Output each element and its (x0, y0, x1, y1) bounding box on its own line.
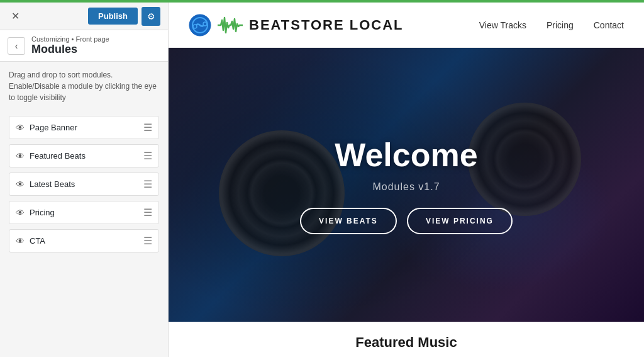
logo-icon (189, 14, 211, 37)
featured-title: Featured Music (189, 334, 624, 351)
module-label-page-banner: Page Banner (30, 123, 77, 132)
panel-instructions: Drag and drop to sort modules. Enable/Di… (0, 62, 168, 111)
back-button[interactable]: ‹ (8, 37, 25, 55)
nav-view-tracks[interactable]: View Tracks (479, 20, 526, 30)
back-icon: ‹ (15, 41, 18, 51)
site-preview: BEATSTORE LOCAL View Tracks Pricing Cont… (169, 3, 644, 357)
module-item-cta[interactable]: 👁 CTA ☰ (9, 229, 159, 252)
module-label-cta: CTA (30, 236, 45, 246)
visibility-icon-page-banner[interactable]: 👁 (16, 123, 25, 133)
svg-point-2 (193, 25, 197, 28)
modules-list: 👁 Page Banner ☰ 👁 Featured Beats ☰ 👁 Lat… (0, 111, 168, 258)
hero-text-area: Welcome Modules v1.7 VIEW BEATS VIEW PRI… (169, 48, 644, 322)
publish-button[interactable]: Publish (88, 8, 138, 25)
breadcrumb: Customizing • Front page (31, 35, 109, 43)
panel-header-left: ✕ (8, 9, 23, 24)
drag-handle-pricing[interactable]: ☰ (143, 207, 152, 218)
featured-section: Featured Music (169, 322, 644, 357)
drag-handle-cta[interactable]: ☰ (143, 235, 152, 247)
visibility-icon-featured-beats[interactable]: 👁 (16, 151, 25, 161)
site-logo: BEATSTORE LOCAL (189, 14, 404, 37)
module-item-page-banner[interactable]: 👁 Page Banner ☰ (9, 116, 159, 139)
hero-section: Welcome Modules v1.7 VIEW BEATS VIEW PRI… (169, 48, 644, 322)
gear-icon: ⚙ (147, 11, 155, 21)
panel-header: ✕ Publish ⚙ (0, 3, 168, 30)
module-label-pricing: Pricing (30, 208, 55, 217)
visibility-icon-pricing[interactable]: 👁 (16, 208, 25, 218)
drag-handle-featured-beats[interactable]: ☰ (143, 150, 152, 162)
view-beats-button[interactable]: VIEW BEATS (300, 208, 397, 234)
module-item-featured-beats[interactable]: 👁 Featured Beats ☰ (9, 144, 159, 167)
nav-contact[interactable]: Contact (594, 20, 624, 30)
module-label-featured-beats: Featured Beats (30, 151, 86, 161)
visibility-icon-latest-beats[interactable]: 👁 (16, 179, 25, 190)
module-item-latest-beats[interactable]: 👁 Latest Beats ☰ (9, 173, 159, 196)
site-nav: View Tracks Pricing Contact (479, 20, 624, 30)
customizer-panel: ✕ Publish ⚙ ‹ Customizing • Front page M… (0, 3, 169, 357)
view-pricing-button[interactable]: VIEW PRICING (407, 208, 513, 234)
waveform-icon (218, 16, 243, 34)
panel-nav: ‹ Customizing • Front page Modules (0, 30, 168, 62)
gear-button[interactable]: ⚙ (142, 7, 160, 26)
close-button[interactable]: ✕ (8, 9, 23, 24)
module-label-latest-beats: Latest Beats (30, 179, 75, 189)
publish-area: Publish ⚙ (88, 7, 160, 26)
svg-point-3 (203, 22, 207, 26)
site-name: BEATSTORE LOCAL (249, 17, 404, 33)
site-header: BEATSTORE LOCAL View Tracks Pricing Cont… (169, 3, 644, 48)
drag-handle-latest-beats[interactable]: ☰ (143, 178, 152, 190)
module-item-pricing[interactable]: 👁 Pricing ☰ (9, 201, 159, 224)
nav-pricing[interactable]: Pricing (547, 20, 574, 30)
hero-title: Welcome (335, 136, 477, 174)
breadcrumb-area: Customizing • Front page Modules (31, 35, 109, 56)
drag-handle-page-banner[interactable]: ☰ (143, 122, 152, 133)
panel-title: Modules (31, 43, 109, 56)
hero-subtitle: Modules v1.7 (372, 181, 440, 193)
visibility-icon-cta[interactable]: 👁 (16, 236, 25, 246)
hero-buttons: VIEW BEATS VIEW PRICING (300, 208, 513, 234)
